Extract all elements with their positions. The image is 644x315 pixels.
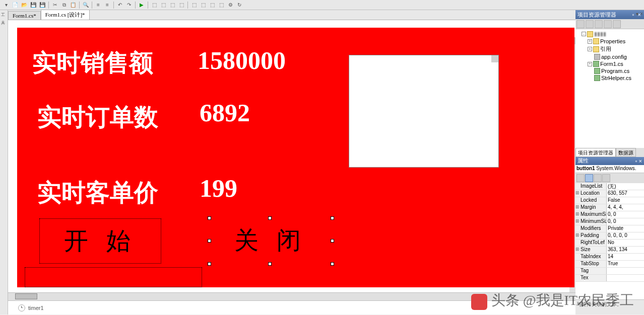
resize-handle[interactable] — [331, 239, 334, 243]
solution-explorer-tabs: 项目资源管理器 数据源 — [575, 148, 644, 157]
tb-cut-icon[interactable]: ✂ — [51, 1, 59, 9]
tb-indent-icon[interactable]: ≡ — [94, 1, 102, 9]
close-button[interactable]: 关 闭 — [209, 218, 332, 263]
label-sales[interactable]: 实时销售额 — [32, 47, 153, 79]
left-dock-strip: 工 具 — [0, 10, 8, 314]
property-row[interactable]: TabIndex14 — [575, 254, 644, 261]
value-sales[interactable]: 1580000 — [198, 46, 286, 75]
tb-win2-icon[interactable]: ⬚ — [199, 1, 207, 9]
property-row[interactable]: TabStopTrue — [575, 261, 644, 268]
tb-step3-icon[interactable]: ⬚ — [168, 1, 176, 9]
label-avg[interactable]: 实时客单价 — [37, 177, 158, 209]
tab-data-sources[interactable]: 数据源 — [616, 148, 636, 157]
tb-redo-icon[interactable]: ↷ — [125, 1, 133, 9]
property-row[interactable]: Padding0, 0, 0, 0 — [575, 232, 644, 240]
tb-find-icon[interactable]: 🔍 — [82, 1, 90, 9]
se-refresh-icon[interactable] — [586, 20, 594, 28]
value-orders[interactable]: 6892 — [200, 98, 250, 127]
properties-description: 与控件关联的文本。 — [575, 299, 644, 314]
tab-form1-cs[interactable]: Form1.cs* — [8, 11, 41, 20]
props-event-icon[interactable] — [602, 174, 610, 182]
props-az-icon[interactable] — [585, 174, 593, 182]
tb-outdent-icon[interactable]: ≡ — [103, 1, 111, 9]
props-prop-icon[interactable] — [594, 174, 602, 182]
property-row[interactable]: Tag — [575, 268, 644, 275]
properties-title: 属性▫ × — [575, 157, 644, 165]
resize-handle[interactable] — [208, 216, 211, 220]
designer-surface[interactable]: 实时销售额 1580000 实时订单数 6892 实时客单价 199 开 始 关… — [9, 21, 569, 292]
props-cat-icon[interactable] — [576, 174, 585, 182]
tb-paste-icon[interactable]: 📋 — [69, 1, 77, 9]
property-row[interactable]: Size363, 134 — [575, 247, 644, 254]
property-row[interactable]: MaximumSiz0, 0 — [575, 211, 644, 218]
designer-viewport: 实时销售额 1580000 实时订单数 6892 实时客单价 199 开 始 关… — [8, 20, 575, 292]
properties-object-selector[interactable]: button1 System.Windows. — [575, 165, 644, 173]
panel-pin-icon[interactable]: ▫ × — [635, 158, 642, 164]
resize-handle[interactable] — [208, 262, 211, 266]
timer-icon[interactable] — [18, 304, 25, 311]
property-row[interactable]: ModifiersPrivate — [575, 225, 644, 232]
solution-explorer-title: 项目资源管理器▫ × — [575, 10, 644, 19]
se-props-icon[interactable] — [604, 20, 612, 28]
property-row[interactable]: Location630, 557 — [575, 190, 644, 197]
main-toolbar: ▾ 📄 📂 💾 💾 ✂ ⧉ 📋 🔍 ≡ ≡ ↶ ↷ ▶ ⬚ ⬚ ⬚ ⬚ ⬚ ⬚ … — [0, 0, 644, 10]
tree-node[interactable]: +Form1.cs — [576, 60, 643, 67]
property-row[interactable]: Margin4, 4, 4, — [575, 204, 644, 211]
property-row[interactable]: RightToLefNo — [575, 240, 644, 247]
solution-tree[interactable]: -▮▮▮▮+Properties+引用app.config+Form1.csPr… — [575, 29, 644, 148]
tb-gear-icon[interactable]: ⚙ — [226, 1, 234, 9]
resize-handle[interactable] — [331, 262, 334, 266]
property-row[interactable]: LockedFalse — [575, 197, 644, 204]
tb-win4-icon[interactable]: ⬚ — [217, 1, 225, 9]
tb-step4-icon[interactable]: ⬚ — [177, 1, 185, 9]
tb-save-icon[interactable]: 💾 — [29, 1, 37, 9]
property-row[interactable]: ImageList(无) — [575, 183, 644, 190]
resize-handle[interactable] — [268, 216, 272, 220]
tree-node[interactable]: +Properties — [576, 38, 643, 45]
document-tabs: Form1.cs* Form1.cs [设计]* — [8, 10, 575, 20]
tb-open-icon[interactable]: 📂 — [20, 1, 28, 9]
property-row[interactable]: MinimumSiz0, 0 — [575, 218, 644, 225]
tb-refresh-icon[interactable]: ↻ — [235, 1, 243, 9]
se-view-icon[interactable] — [613, 20, 621, 28]
tree-node[interactable]: StrHelper.cs — [576, 74, 643, 82]
resize-handle[interactable] — [208, 239, 211, 243]
tb-new-icon[interactable]: ▾ — [2, 1, 10, 9]
horizontal-scrollbar[interactable] — [8, 292, 575, 300]
tree-node[interactable]: Program.cs — [576, 67, 643, 74]
tb-win3-icon[interactable]: ⬚ — [208, 1, 216, 9]
tb-run-icon[interactable]: ▶ — [138, 1, 146, 9]
tb-undo-icon[interactable]: ↶ — [116, 1, 124, 9]
tab-close-icon[interactable]: ▾ × — [636, 11, 643, 17]
tb-saveall-icon[interactable]: 💾 — [38, 1, 46, 9]
tb-copy-icon[interactable]: ⧉ — [60, 1, 68, 9]
value-avg[interactable]: 199 — [200, 174, 237, 203]
resize-handle[interactable] — [268, 262, 272, 266]
se-home-icon[interactable] — [576, 20, 585, 28]
list-panel[interactable] — [349, 55, 499, 168]
tab-solution-explorer[interactable]: 项目资源管理器 — [575, 148, 616, 157]
label-orders[interactable]: 实时订单数 — [37, 101, 158, 133]
property-row[interactable]: Tex — [575, 275, 644, 282]
toolbox-tab-icon2[interactable]: 具 — [1, 20, 7, 26]
se-showall-icon[interactable] — [595, 20, 603, 28]
timer-component[interactable]: timer1 — [28, 305, 44, 311]
tree-node[interactable]: +引用 — [576, 45, 643, 53]
tb-add-icon[interactable]: 📄 — [11, 1, 19, 9]
tree-node[interactable]: app.config — [576, 53, 643, 60]
bottom-label-control[interactable] — [25, 268, 202, 287]
toolbox-tab-icon[interactable]: 工 — [1, 12, 7, 18]
resize-handle[interactable] — [331, 216, 334, 220]
form-canvas[interactable]: 实时销售额 1580000 实时订单数 6892 实时客单价 199 开 始 关… — [17, 28, 574, 287]
properties-toolbar — [575, 173, 644, 183]
component-tray: timer1 — [8, 300, 575, 314]
tab-form1-design[interactable]: Form1.cs [设计]* — [41, 10, 90, 20]
properties-grid[interactable]: ImageList(无)Location630, 557LockedFalseM… — [575, 183, 644, 300]
tb-step1-icon[interactable]: ⬚ — [150, 1, 158, 9]
tb-step2-icon[interactable]: ⬚ — [159, 1, 167, 9]
tb-win1-icon[interactable]: ⬚ — [190, 1, 198, 9]
start-button[interactable]: 开 始 — [40, 219, 161, 263]
solution-explorer-toolbar — [575, 19, 644, 29]
